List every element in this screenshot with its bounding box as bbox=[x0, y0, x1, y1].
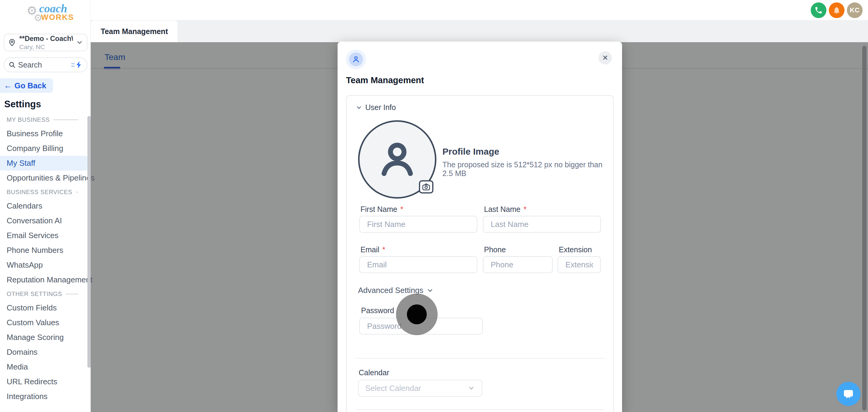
label-text: Email bbox=[361, 245, 379, 254]
required-asterisk: * bbox=[524, 205, 527, 214]
section-header-label: BUSINESS SERVICES bbox=[7, 189, 72, 196]
top-header-bar: KC bbox=[91, 0, 868, 21]
phone-label: Phone bbox=[484, 245, 506, 254]
arrow-left-icon: ← bbox=[4, 82, 12, 90]
email-input[interactable] bbox=[359, 256, 477, 273]
close-button[interactable]: ✕ bbox=[598, 51, 612, 64]
search-icon bbox=[8, 61, 16, 68]
calendar-label: Calendar bbox=[359, 368, 389, 377]
section-divider bbox=[53, 120, 78, 120]
required-asterisk: * bbox=[382, 245, 385, 254]
label-text: First Name bbox=[361, 205, 397, 214]
sidebar-item-url-redirects[interactable]: URL Redirects bbox=[0, 374, 91, 389]
label-text: Phone bbox=[484, 245, 506, 254]
sidebar-item-email-services[interactable]: Email Services bbox=[0, 228, 91, 243]
sidebar-item-custom-values[interactable]: Custom Values bbox=[0, 315, 91, 330]
chat-bubble-icon bbox=[842, 388, 855, 400]
sidebar-item-company-billing[interactable]: Company Billing bbox=[0, 141, 91, 156]
user-icon bbox=[375, 137, 420, 182]
chevron-down-icon bbox=[468, 385, 475, 392]
lightning-bolt-icon bbox=[75, 61, 83, 69]
app-screen: ⚙ ⚙ coach WORKS **Demo - CoachW... Cary,… bbox=[0, 0, 868, 412]
sidebar-item-domains[interactable]: Domains bbox=[0, 345, 91, 359]
search-input[interactable] bbox=[18, 61, 69, 69]
sidebar-item-business-profile[interactable]: Business Profile bbox=[0, 126, 91, 141]
go-back-label: Go Back bbox=[14, 81, 46, 90]
last-name-input[interactable] bbox=[483, 216, 601, 233]
chevron-down-icon bbox=[355, 104, 362, 111]
section-header-label: OTHER SETTINGS bbox=[7, 290, 62, 297]
close-icon: ✕ bbox=[602, 54, 608, 62]
sidebar-item-integrations[interactable]: Integrations bbox=[0, 389, 91, 404]
sidebar-scrollbar[interactable] bbox=[87, 116, 91, 368]
quick-actions-icon[interactable] bbox=[71, 61, 83, 69]
user-avatar[interactable]: KC bbox=[847, 2, 863, 18]
section-divider bbox=[356, 358, 604, 359]
password-label: Password bbox=[361, 306, 394, 315]
sidebar-item-calendars[interactable]: Calendars bbox=[0, 199, 91, 213]
sidebar-item-media[interactable]: Media bbox=[0, 359, 91, 374]
calendar-select[interactable]: Select Calendar bbox=[358, 380, 482, 397]
location-name: **Demo - CoachW... bbox=[19, 35, 73, 43]
sidebar-item-whatsapp[interactable]: WhatsApp bbox=[0, 258, 91, 273]
section-header-business-services: BUSINESS SERVICES bbox=[0, 185, 91, 199]
notifications-button[interactable] bbox=[829, 2, 844, 18]
camera-icon bbox=[422, 182, 431, 191]
chevron-down-icon bbox=[427, 287, 434, 294]
extension-label: Extension bbox=[559, 245, 592, 254]
user-icon bbox=[351, 55, 361, 64]
modal-user-badge bbox=[346, 50, 366, 69]
required-asterisk: * bbox=[400, 205, 403, 214]
logo-text-works: WORKS bbox=[41, 13, 74, 22]
section-header-label: MY BUSINESS bbox=[7, 116, 50, 123]
location-pin-icon bbox=[8, 38, 16, 47]
label-text: Last Name bbox=[484, 205, 521, 214]
sidebar-item-opportunities-pipelines[interactable]: Opportunities & Pipelines bbox=[0, 170, 91, 185]
settings-sidebar: ⚙ ⚙ coach WORKS **Demo - CoachW... Cary,… bbox=[0, 0, 91, 412]
user-info-label: User Info bbox=[365, 103, 396, 112]
location-city: Cary, NC bbox=[19, 43, 73, 51]
location-selector[interactable]: **Demo - CoachW... Cary, NC bbox=[4, 34, 87, 51]
user-info-card: User Info Profile Image The proposed siz… bbox=[346, 95, 614, 412]
camera-button[interactable] bbox=[419, 180, 433, 193]
location-texts: **Demo - CoachW... Cary, NC bbox=[19, 35, 73, 51]
tab-bar: Team Management bbox=[91, 21, 868, 42]
first-name-label: First Name* bbox=[361, 205, 403, 214]
team-management-modal: ✕ Team Management User Info Profile Imag… bbox=[338, 41, 622, 412]
user-info-toggle[interactable]: User Info bbox=[355, 103, 396, 112]
section-divider bbox=[356, 409, 604, 410]
sidebar-item-phone-numbers[interactable]: Phone Numbers bbox=[0, 243, 91, 258]
label-text: Extension bbox=[559, 245, 592, 254]
calendar-select-placeholder: Select Calendar bbox=[365, 384, 421, 393]
settings-menu: MY BUSINESS Business Profile Company Bil… bbox=[0, 113, 91, 404]
go-back-button[interactable]: ← Go Back bbox=[0, 78, 53, 93]
bolt-lines bbox=[71, 63, 75, 67]
sidebar-title: Settings bbox=[4, 99, 41, 110]
label-text: Calendar bbox=[359, 368, 389, 377]
sidebar-item-my-staff[interactable]: My Staff bbox=[0, 156, 88, 170]
tab-team-management[interactable]: Team Management bbox=[91, 21, 178, 42]
profile-image-hint: The proposed size is 512*512 px no bigge… bbox=[442, 160, 613, 178]
cursor-highlight bbox=[396, 293, 438, 335]
last-name-label: Last Name* bbox=[484, 205, 527, 214]
label-text: Password bbox=[361, 306, 394, 315]
first-name-input[interactable] bbox=[359, 216, 477, 233]
sidebar-item-reputation-management[interactable]: Reputation Management bbox=[0, 273, 91, 287]
phone-icon bbox=[814, 6, 823, 14]
chevron-down-icon bbox=[76, 39, 83, 46]
sidebar-item-custom-fields[interactable]: Custom Fields bbox=[0, 300, 91, 315]
section-header-my-business: MY BUSINESS bbox=[0, 113, 91, 126]
profile-image-title: Profile Image bbox=[442, 147, 499, 157]
phone-button[interactable] bbox=[811, 2, 827, 18]
sidebar-search bbox=[4, 57, 87, 72]
advanced-settings-toggle[interactable]: Advanced Settings bbox=[358, 286, 434, 295]
cursor-dot bbox=[407, 305, 427, 324]
sidebar-item-conversation-ai[interactable]: Conversation AI bbox=[0, 213, 91, 228]
section-divider bbox=[76, 192, 78, 192]
chat-launcher-button[interactable] bbox=[836, 382, 861, 406]
sidebar-item-manage-scoring[interactable]: Manage Scoring bbox=[0, 330, 91, 345]
phone-input[interactable] bbox=[483, 256, 553, 273]
email-label: Email* bbox=[361, 245, 385, 254]
section-divider bbox=[66, 294, 78, 294]
extension-input[interactable] bbox=[558, 256, 601, 273]
